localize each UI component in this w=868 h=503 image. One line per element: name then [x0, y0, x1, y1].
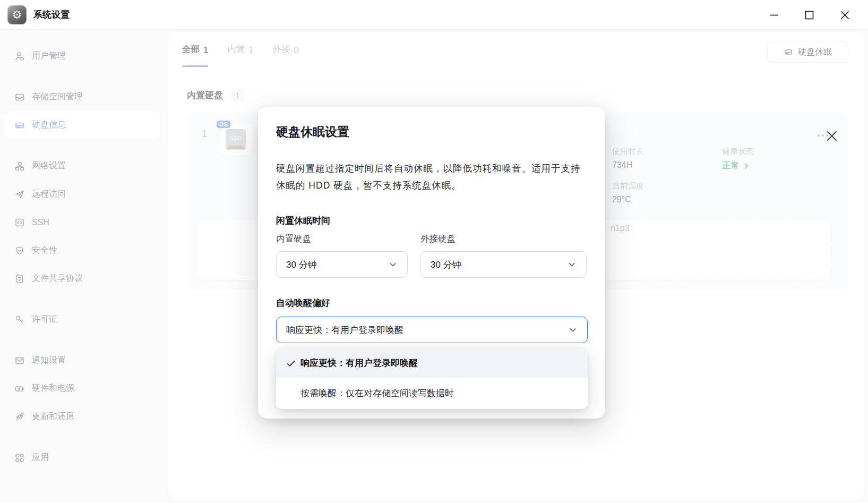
- auto-wake-select[interactable]: 响应更快：有用户登录即唤醒: [276, 317, 588, 343]
- chevron-down-icon: [568, 325, 578, 335]
- titlebar: ⚙ 系统设置: [0, 0, 868, 30]
- external-disk-label: 外接硬盘: [420, 233, 456, 245]
- modal-close-button[interactable]: [824, 128, 840, 144]
- window-controls: [761, 0, 868, 30]
- chevron-down-icon: [567, 260, 577, 269]
- internal-disk-label: 内置硬盘: [276, 233, 311, 245]
- maximize-icon: [805, 11, 814, 20]
- modal-description: 硬盘闲置超过指定时间后将自动休眠，以降低功耗和噪音。适用于支持休眠的 HDD 硬…: [276, 160, 583, 194]
- disk-sleep-modal: 硬盘休眠设置 硬盘闲置超过指定时间后将自动休眠，以降低功耗和噪音。适用于支持休眠…: [258, 107, 605, 419]
- maximize-button[interactable]: [797, 3, 821, 27]
- app-gear-icon: ⚙: [7, 5, 27, 24]
- wake-option-on-demand[interactable]: 按需唤醒：仅在对存储空间读写数据时: [276, 378, 588, 409]
- internal-sleep-time-select[interactable]: 30 分钟: [276, 251, 408, 278]
- wake-option-faster-response[interactable]: 响应更快：有用户登录即唤醒: [276, 348, 588, 378]
- minimize-button[interactable]: [761, 3, 786, 27]
- app-title: 系统设置: [33, 8, 70, 21]
- minimize-icon: [769, 11, 778, 20]
- close-window-button[interactable]: [832, 3, 857, 27]
- auto-wake-section-title: 自动唤醒偏好: [276, 297, 330, 309]
- auto-wake-dropdown-menu: 响应更快：有用户登录即唤醒 按需唤醒：仅在对存储空间读写数据时: [276, 348, 588, 409]
- modal-title: 硬盘休眠设置: [276, 124, 349, 140]
- idle-sleep-section-title: 闲置休眠时间: [276, 215, 330, 227]
- close-window-icon: [840, 11, 849, 20]
- chevron-down-icon: [388, 260, 398, 269]
- check-icon: [286, 358, 296, 369]
- close-icon: [826, 130, 838, 142]
- external-sleep-time-select[interactable]: 30 分钟: [420, 251, 587, 278]
